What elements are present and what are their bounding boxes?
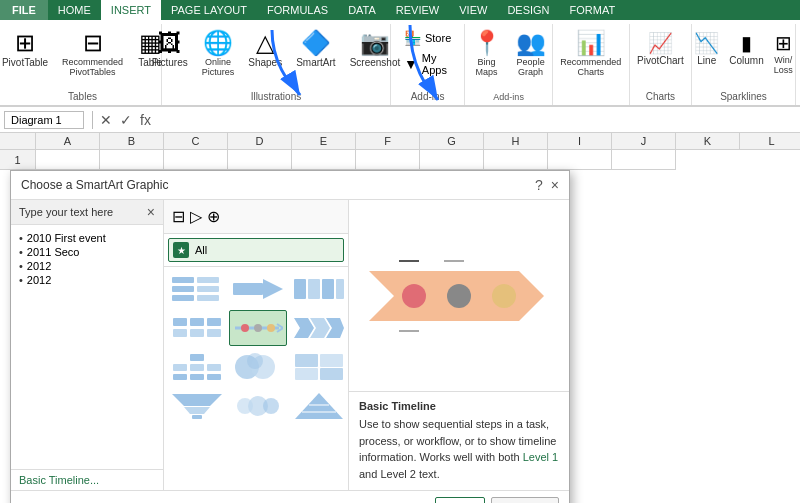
shapes-button[interactable]: △ Shapes bbox=[241, 28, 289, 71]
smartart-button[interactable]: 🔷 SmartArt bbox=[289, 28, 342, 71]
people-graph-button[interactable]: 👥 PeopleGraph bbox=[509, 28, 553, 80]
people-graph-label: PeopleGraph bbox=[517, 57, 545, 77]
pivot-chart-label: PivotChart bbox=[637, 55, 684, 66]
insert-function-icon[interactable]: fx bbox=[137, 112, 154, 128]
toolbar-icons: ⊟ ▷ ⊕ bbox=[168, 204, 224, 229]
svg-rect-31 bbox=[190, 364, 204, 371]
tab-view[interactable]: VIEW bbox=[449, 0, 497, 20]
col-d[interactable]: D bbox=[228, 133, 292, 149]
cell-d1[interactable] bbox=[228, 150, 292, 170]
online-pictures-button[interactable]: 🌐 OnlinePictures bbox=[195, 28, 242, 80]
col-b[interactable]: B bbox=[100, 133, 164, 149]
graphics-item-process[interactable] bbox=[290, 271, 348, 307]
pivot-table-button[interactable]: ⊞ PivotTable bbox=[0, 28, 55, 71]
graphics-item-matrix[interactable] bbox=[290, 349, 348, 385]
ribbon: FILE HOME INSERT PAGE LAYOUT FORMULAS DA… bbox=[0, 0, 800, 107]
cell-g1[interactable] bbox=[420, 150, 484, 170]
col-i[interactable]: I bbox=[548, 133, 612, 149]
svg-rect-18 bbox=[207, 318, 221, 326]
graphics-item-boxes[interactable] bbox=[168, 310, 226, 346]
tab-insert[interactable]: INSERT bbox=[101, 0, 161, 20]
cell-c1[interactable] bbox=[164, 150, 228, 170]
tab-formulas[interactable]: FORMULAS bbox=[257, 0, 338, 20]
svg-rect-7 bbox=[197, 295, 219, 301]
svg-rect-35 bbox=[207, 374, 221, 380]
cancel-button[interactable]: Cancel bbox=[491, 497, 559, 503]
tab-data[interactable]: DATA bbox=[338, 0, 386, 20]
dialog-help-button[interactable]: ? bbox=[535, 177, 543, 193]
col-c[interactable]: C bbox=[164, 133, 228, 149]
column-button[interactable]: ▮ Column bbox=[724, 28, 768, 69]
tab-file[interactable]: FILE bbox=[0, 0, 48, 20]
graphics-item-timeline[interactable] bbox=[229, 310, 287, 346]
toolbar-icon-1[interactable]: ⊟ bbox=[170, 206, 187, 227]
graphics-item-gear[interactable] bbox=[229, 388, 287, 424]
text-panel-close-button[interactable]: × bbox=[147, 204, 155, 220]
pivot-table-icon: ⊞ bbox=[15, 31, 35, 55]
toolbar-icon-3[interactable]: ⊕ bbox=[205, 206, 222, 227]
cell-i1[interactable] bbox=[548, 150, 612, 170]
line-icon: 📉 bbox=[694, 31, 719, 55]
sparklines-items: 📉 Line ▮ Column ⊞ Win/Loss bbox=[687, 24, 799, 89]
recommended-pivot-button[interactable]: ⊟ RecommendedPivotTables bbox=[55, 28, 130, 80]
pivot-chart-button[interactable]: 📈 PivotChart bbox=[632, 28, 689, 69]
boxes-graphic bbox=[172, 314, 222, 342]
col-e[interactable]: E bbox=[292, 133, 356, 149]
formula-input[interactable] bbox=[158, 114, 796, 126]
tab-home[interactable]: HOME bbox=[48, 0, 101, 20]
svg-rect-4 bbox=[172, 295, 194, 301]
tab-design[interactable]: DESIGN bbox=[497, 0, 559, 20]
cell-a1[interactable] bbox=[36, 150, 100, 170]
graphics-item-pyramid[interactable] bbox=[290, 388, 348, 424]
cell-h1[interactable] bbox=[484, 150, 548, 170]
tab-page-layout[interactable]: PAGE LAYOUT bbox=[161, 0, 257, 20]
graphics-item-funnel[interactable] bbox=[168, 388, 226, 424]
graphics-item-arrow[interactable] bbox=[229, 271, 287, 307]
text-panel-footer[interactable]: Basic Timeline... bbox=[11, 469, 163, 490]
col-g[interactable]: G bbox=[420, 133, 484, 149]
charts-items: 📈 PivotChart bbox=[630, 24, 691, 89]
toolbar-icon-2[interactable]: ▷ bbox=[188, 206, 204, 227]
ok-button[interactable]: OK bbox=[435, 497, 485, 503]
store-button[interactable]: 🏪 Store bbox=[398, 28, 457, 48]
col-l[interactable]: L bbox=[740, 133, 800, 149]
col-f[interactable]: F bbox=[356, 133, 420, 149]
confirm-formula-icon[interactable]: ✓ bbox=[117, 112, 135, 128]
cell-e1[interactable] bbox=[292, 150, 356, 170]
dialog-body: Type your text here × • 2010 First event… bbox=[11, 200, 569, 490]
win-loss-button[interactable]: ⊞ Win/Loss bbox=[769, 28, 798, 78]
timeline-preview-svg bbox=[359, 236, 559, 356]
svg-point-21 bbox=[241, 324, 249, 332]
cancel-formula-icon[interactable]: ✕ bbox=[97, 112, 115, 128]
bing-maps-button[interactable]: 📍 BingMaps bbox=[465, 28, 509, 80]
cell-b1[interactable] bbox=[100, 150, 164, 170]
pictures-button[interactable]: 🖼 Pictures bbox=[145, 28, 195, 71]
dialog-close-button[interactable]: × bbox=[551, 177, 559, 193]
graphics-item-chevron[interactable] bbox=[290, 310, 348, 346]
tab-review[interactable]: REVIEW bbox=[386, 0, 449, 20]
ribbon-group-illustrations: 🖼 Pictures 🌐 OnlinePictures △ Shapes 🔷 S… bbox=[162, 24, 391, 105]
graphics-item-hierarchy[interactable] bbox=[168, 349, 226, 385]
tab-format[interactable]: FORMAT bbox=[560, 0, 626, 20]
line-button[interactable]: 📉 Line bbox=[689, 28, 724, 69]
col-a[interactable]: A bbox=[36, 133, 100, 149]
text-item-4-label[interactable]: 2012 bbox=[27, 274, 51, 286]
recommended-charts-button[interactable]: 📊 RecommendedCharts bbox=[553, 28, 628, 80]
graphics-item-list[interactable] bbox=[168, 271, 226, 307]
col-h[interactable]: H bbox=[484, 133, 548, 149]
col-j[interactable]: J bbox=[612, 133, 676, 149]
text-item-2-label[interactable]: 2011 Seco bbox=[27, 246, 80, 258]
text-item-3-label[interactable]: 2012 bbox=[27, 260, 51, 272]
category-all-selected[interactable]: ★ All bbox=[168, 238, 344, 262]
ribbon-group-addins: 🏪 Store ▼ My Apps Add-ins bbox=[391, 24, 466, 105]
svg-rect-29 bbox=[190, 354, 204, 361]
cell-f1[interactable] bbox=[356, 150, 420, 170]
col-k[interactable]: K bbox=[676, 133, 740, 149]
cell-j1[interactable] bbox=[612, 150, 676, 170]
graphics-item-relationship[interactable] bbox=[229, 349, 287, 385]
my-apps-button[interactable]: ▼ My Apps bbox=[398, 50, 457, 78]
text-item-1-label[interactable]: 2010 First event bbox=[27, 232, 106, 244]
row-1[interactable]: 1 bbox=[0, 150, 36, 170]
name-box[interactable] bbox=[4, 111, 84, 129]
charts-label: Charts bbox=[646, 89, 675, 105]
